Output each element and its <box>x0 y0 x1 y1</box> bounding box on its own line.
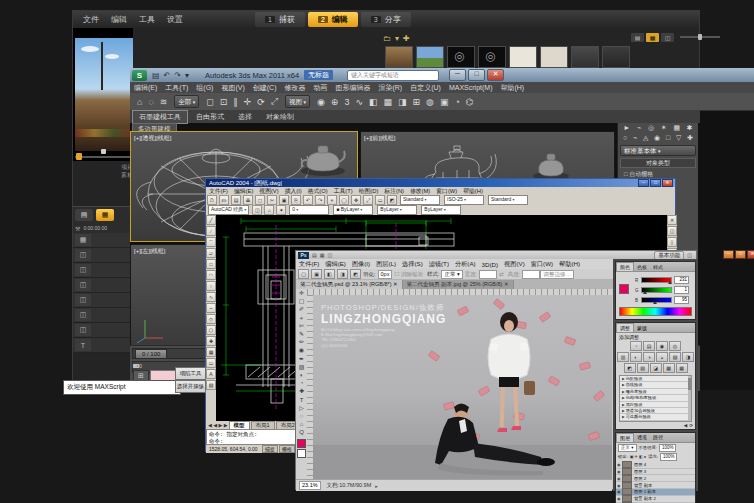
menu-item[interactable]: 图层(L) <box>376 260 396 269</box>
toolbar-icon[interactable]: 🗋 <box>207 195 217 205</box>
red-slider[interactable]: R 231 <box>635 276 689 284</box>
fill-input[interactable]: 100% <box>660 453 678 461</box>
draw-tool-icon[interactable]: ◇ <box>206 314 216 324</box>
toolbar-icon[interactable]: ⤢ <box>363 195 373 205</box>
qat-icon[interactable]: ▾ <box>185 71 189 80</box>
command-tab-icon[interactable]: ✶ <box>661 124 667 132</box>
selection-mode-icon[interactable]: ◧ <box>324 269 335 279</box>
document-tab[interactable]: 第二代金钱男.psd @ 23.1% (RGB/8*) ✕ <box>296 280 403 289</box>
command-tab-icon[interactable]: ► <box>623 124 630 132</box>
viewport-label[interactable]: [+][透视][线框] <box>134 134 172 143</box>
status-arrow-icon[interactable]: ▸ <box>375 483 378 489</box>
toolbar-icon[interactable]: ↶ <box>303 195 313 205</box>
layout-tab[interactable]: 布局1 <box>251 421 275 429</box>
menu-item[interactable]: 组(G) <box>196 83 213 93</box>
toolbar-icon[interactable]: ⊞ <box>413 97 421 107</box>
toolbar-icon[interactable]: ▭ <box>375 195 385 205</box>
modify-tool-icon[interactable]: ▯ <box>667 237 677 247</box>
command-subtab-icon[interactable]: □ <box>666 134 670 142</box>
ribbon-tab[interactable]: 对象绘制 <box>260 111 300 123</box>
max-titlebar[interactable]: S ▤↶↷▾ Autodesk 3ds Max 2011 x64 无标题 键入关… <box>130 68 754 82</box>
toolbar-icon[interactable]: ⟳ <box>257 97 265 107</box>
timeline-track[interactable]: ▦ <box>73 233 131 248</box>
menu-item[interactable]: 帮助(H) <box>500 83 524 93</box>
lock-icon[interactable]: ▣ <box>630 454 634 459</box>
panel-footer-icon[interactable]: ◀ <box>684 423 687 428</box>
toolbar-icon[interactable]: ⌂ <box>137 97 142 107</box>
library-folder-icon[interactable]: 🗀 <box>383 34 391 43</box>
close-button[interactable]: ✕ <box>662 179 673 187</box>
panel-footer-icon[interactable]: ⟳ <box>689 423 693 428</box>
toolbar-icon[interactable]: ⎘ <box>291 195 301 205</box>
toolbar-icon[interactable]: ◧ <box>369 97 378 107</box>
thumbnail-zoom-slider[interactable] <box>680 36 720 38</box>
command-subtab-icon[interactable]: ◉ <box>654 134 660 142</box>
adjustment-icon[interactable]: ◑ <box>643 352 655 362</box>
draw-tool-icon[interactable]: A <box>206 369 216 379</box>
toolbar-icon[interactable]: ▣ <box>440 97 449 107</box>
refine-edge-button[interactable]: 调整边缘… <box>540 270 574 279</box>
menu-item[interactable]: 编辑(E) <box>134 83 157 93</box>
layout-tab[interactable]: 模型 <box>229 421 250 429</box>
toolbar-icon[interactable]: ◨ <box>398 97 407 107</box>
ribbon-tab[interactable]: 选择 <box>232 111 258 123</box>
tool-icon[interactable]: T <box>300 396 304 404</box>
menu-item[interactable]: 3D(D) <box>482 261 499 268</box>
draw-tool-icon[interactable]: ◠ <box>206 270 216 280</box>
toolbar-icon[interactable]: ◌ <box>148 97 153 107</box>
menu-item[interactable]: 窗口(W) <box>531 260 553 269</box>
command-tab-icon[interactable]: ✱ <box>687 124 693 132</box>
menu-item[interactable]: 动画 <box>313 83 327 93</box>
toolbar-icon[interactable]: ✂ <box>267 195 277 205</box>
appbar-icon[interactable]: ▤ <box>312 252 317 258</box>
status-toggle[interactable]: 栅格 <box>279 445 295 453</box>
scrollbar[interactable] <box>688 376 691 421</box>
ribbon-tab[interactable]: 自由形式 <box>190 111 230 123</box>
command-tab-icon[interactable]: ▦ <box>673 124 680 132</box>
style-combo[interactable]: 正常 ▾ <box>441 270 462 279</box>
height-input[interactable] <box>522 270 540 279</box>
toolbar-icon[interactable]: ⌂ <box>264 205 274 215</box>
lineweight-combo[interactable]: ByLayer <box>421 205 461 215</box>
adjustment-icon[interactable]: ◎ <box>669 341 681 351</box>
command-subtab-icon[interactable]: ⌁ <box>633 134 637 142</box>
media-thumbnail[interactable] <box>540 46 568 68</box>
step-tab[interactable]: 1 捕获 <box>255 12 305 27</box>
draw-tool-icon[interactable]: ▭ <box>206 358 216 368</box>
menu-item[interactable]: 创建(C) <box>253 83 277 93</box>
selection-mode-icon[interactable]: ▣ <box>311 269 322 279</box>
step-tab[interactable]: 3 分享 <box>361 12 411 27</box>
tool-icon[interactable]: ✄ <box>299 322 304 330</box>
toolbar-icon[interactable]: ✥ <box>351 195 361 205</box>
reference-coord-combo[interactable]: 视图 <box>285 95 310 108</box>
layer-combo[interactable]: 0 <box>289 205 329 215</box>
tool-icon[interactable]: ▷ <box>299 404 304 412</box>
library-folder-icon[interactable]: ▾ <box>395 34 399 43</box>
preview-mode-label[interactable]: 项目 <box>75 163 133 171</box>
menu-item[interactable]: 编辑 <box>111 14 127 25</box>
toolbar-icon[interactable]: 🗁 <box>219 195 229 205</box>
toolbar-icon[interactable]: ✦ <box>276 205 286 215</box>
command-tab-icon[interactable]: ⌁ <box>637 124 641 132</box>
menu-item[interactable]: 图像(I) <box>352 260 370 269</box>
modify-tool-icon[interactable]: ◫ <box>667 226 677 236</box>
tool-icon[interactable]: ✎ <box>299 330 304 338</box>
toolbar-icon[interactable]: ▦ <box>383 97 392 107</box>
storyboard-view-button[interactable]: ▤ <box>75 209 93 221</box>
draw-tool-icon[interactable]: ⌒ <box>206 237 216 247</box>
photoshop-appbar[interactable]: Ps ▤▦◫ 基本功能 ◫ <box>296 251 696 259</box>
tool-icon[interactable]: ⌖ <box>300 314 303 322</box>
draw-tool-icon[interactable]: ▱ <box>206 248 216 258</box>
playback-slider[interactable] <box>75 153 133 161</box>
grid-view-button[interactable]: ▦ <box>646 33 659 42</box>
media-thumbnail[interactable] <box>509 46 537 68</box>
menu-item[interactable]: 帮助(H) <box>559 260 580 269</box>
viewport-label[interactable]: [+][前][线框] <box>364 134 396 143</box>
panel-tab[interactable]: 调整 <box>616 323 634 332</box>
tool-icon[interactable]: ◔ <box>300 379 304 387</box>
timeline-track[interactable]: ◫ <box>73 323 131 338</box>
draw-tool-icon[interactable]: ○ <box>206 281 216 291</box>
background-color-swatch[interactable] <box>297 449 306 458</box>
timeline-view-button[interactable]: ▦ <box>96 209 114 221</box>
toolbar-icon[interactable]: ↷ <box>315 195 325 205</box>
